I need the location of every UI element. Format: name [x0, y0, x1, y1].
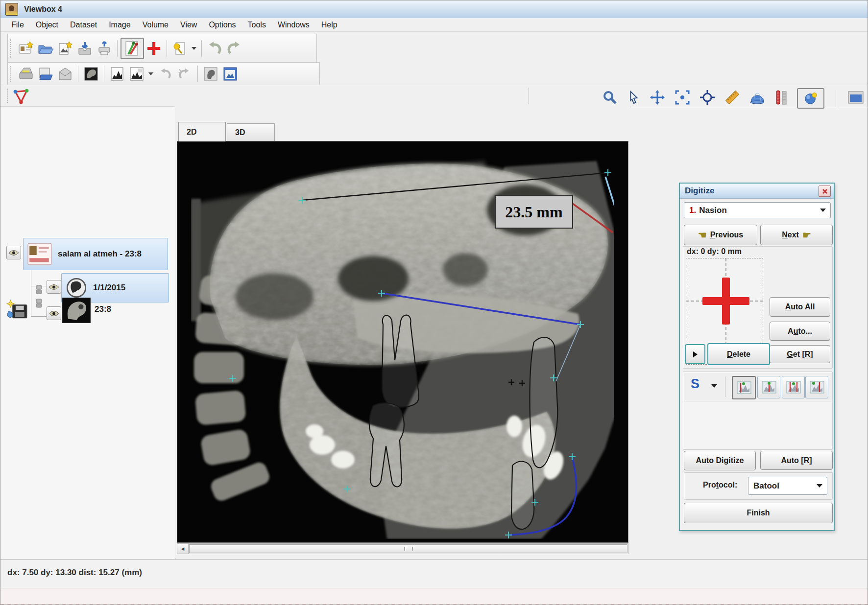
scroll-left-arrow[interactable]: ◄	[177, 544, 189, 554]
s-mode-label[interactable]: S	[691, 376, 699, 392]
superimposition-toolbar: S	[684, 372, 832, 401]
protocol-select[interactable]: Batool	[748, 477, 827, 495]
profile-photo-button[interactable]	[201, 64, 220, 84]
save-disk-icon	[5, 299, 28, 319]
move-arrows-icon	[649, 89, 666, 106]
volume-view-button[interactable]	[81, 64, 101, 84]
analysis-button[interactable]	[12, 88, 30, 107]
new-patient-button[interactable]	[16, 39, 36, 58]
canvas-horizontal-scrollbar[interactable]: ◄	[177, 543, 628, 554]
save-image-button[interactable]	[36, 64, 55, 84]
landmark-select[interactable]: 1. Nasion	[684, 202, 831, 218]
levels-dropdown-caret[interactable]	[148, 72, 153, 75]
zoom-tool-button[interactable]	[602, 90, 618, 107]
auto-button[interactable]: Auto...	[770, 322, 830, 341]
structure-icon-3	[786, 381, 801, 394]
eye-icon	[48, 284, 59, 290]
link-icon	[35, 285, 43, 296]
annotate-dropdown-caret[interactable]	[192, 47, 196, 50]
image-canvas[interactable]: 23.5 mm	[177, 141, 628, 543]
menu-volume[interactable]: Volume	[137, 20, 174, 30]
pointer-tool-button[interactable]	[626, 90, 641, 107]
rotate-right-button[interactable]	[175, 64, 194, 84]
get-r-button[interactable]: Get [R]	[770, 345, 830, 363]
rotate-left-button[interactable]	[155, 64, 175, 84]
pan-tool-button[interactable]	[649, 89, 666, 108]
fit-view-button[interactable]	[674, 89, 691, 108]
image-visibility-button[interactable]	[47, 306, 61, 320]
undo-icon	[207, 41, 222, 56]
window-tool-button[interactable]	[847, 90, 864, 107]
object-tree-panel: salam al atmeh - 23:8 1/1/2015 23:8	[0, 106, 176, 559]
fit-brackets-icon	[674, 89, 691, 106]
menu-image[interactable]: Image	[103, 20, 136, 30]
menu-help[interactable]: Help	[315, 20, 343, 30]
mail-image-button[interactable]	[55, 64, 75, 84]
toolbar-standard	[7, 34, 317, 63]
tab-2d[interactable]: 2D	[178, 122, 226, 141]
menu-options[interactable]: Options	[203, 20, 241, 30]
render-options-button[interactable]	[797, 88, 824, 109]
add-point-button[interactable]	[144, 39, 164, 58]
scrollbar-grip	[404, 547, 413, 551]
tree-item-patient[interactable]: salam al atmeh - 23:8	[23, 238, 168, 270]
previous-button[interactable]: ☚ Previous	[684, 225, 757, 245]
mesh-tool-button[interactable]	[749, 89, 766, 108]
digitize-close-button[interactable]	[819, 186, 831, 197]
scanner-button[interactable]	[16, 64, 36, 84]
ruler-tool-button[interactable]	[724, 89, 741, 108]
menu-tools[interactable]: Tools	[242, 20, 272, 30]
density-tool-button[interactable]	[774, 89, 789, 108]
scanner-icon	[18, 66, 34, 82]
toolbar-separator	[104, 66, 104, 82]
acquire-image-button[interactable]	[55, 39, 75, 58]
open-button[interactable]	[36, 39, 55, 58]
analysis-tracing-icon	[12, 88, 30, 105]
auto-r-button[interactable]: Auto [R]	[760, 451, 833, 470]
structure-view-button-3[interactable]	[782, 376, 805, 398]
landmark-number: 1.	[689, 206, 696, 215]
redo-button[interactable]	[224, 39, 244, 58]
tree-item-image[interactable]	[62, 298, 91, 325]
structure-view-button-4[interactable]	[805, 376, 828, 398]
s-mode-caret[interactable]	[711, 384, 717, 388]
scrollbar-thumb[interactable]	[189, 544, 627, 553]
undo-button[interactable]	[205, 39, 224, 58]
digitize-pens-icon	[124, 40, 141, 57]
structure-icon-1	[737, 381, 751, 394]
next-button[interactable]: Next ☛	[760, 225, 833, 245]
center-target-button[interactable]	[699, 89, 716, 108]
auto-all-button[interactable]: Auto All	[770, 297, 830, 317]
delete-button[interactable]: Delete	[707, 343, 770, 365]
mesh-dome-icon	[749, 89, 766, 106]
digitize-mode-button[interactable]	[121, 38, 144, 59]
auto-digitize-button[interactable]: Auto Digitize	[684, 451, 756, 470]
toolbar-grip[interactable]	[7, 89, 9, 103]
toolbar-grip[interactable]	[10, 66, 13, 82]
image-window-button[interactable]	[220, 64, 240, 84]
digitize-title-bar[interactable]: Digitize	[680, 184, 834, 199]
window-title: Viewbox 4	[24, 5, 62, 14]
patient-visibility-button[interactable]	[6, 246, 21, 259]
toolbar-grip[interactable]	[10, 39, 13, 59]
tab-3d[interactable]: 3D	[227, 123, 275, 141]
menu-view[interactable]: View	[174, 20, 203, 30]
levels-icon	[129, 66, 145, 82]
link-icon	[35, 299, 43, 310]
structure-view-button-2[interactable]	[757, 376, 780, 398]
menu-object[interactable]: Object	[30, 20, 64, 30]
annotate-button[interactable]	[170, 39, 190, 58]
study-visibility-button[interactable]	[47, 280, 61, 294]
histogram-button[interactable]	[107, 64, 127, 84]
import-button[interactable]	[75, 39, 95, 58]
finish-button[interactable]: Finish	[684, 503, 833, 523]
structure-view-button-1[interactable]	[732, 376, 756, 399]
print-button[interactable]	[95, 39, 114, 58]
levels-button[interactable]	[127, 64, 146, 84]
menu-file[interactable]: File	[5, 20, 30, 30]
menu-windows[interactable]: Windows	[272, 20, 315, 30]
toolbar-separator	[78, 66, 78, 82]
menu-dataset[interactable]: Dataset	[64, 20, 103, 30]
play-button[interactable]	[685, 344, 705, 364]
save-annotations-button[interactable]	[5, 299, 28, 321]
